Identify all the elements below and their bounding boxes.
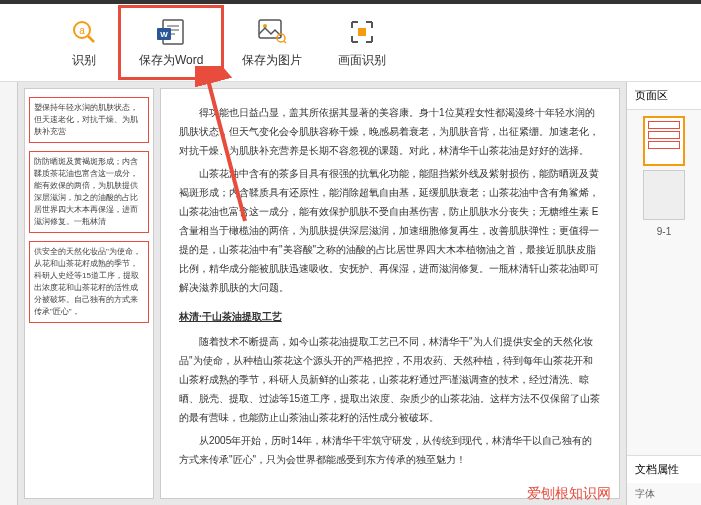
- page-left-column: 塑保持年轻水润的肌肤状态，但天速老化，对抗干燥、为肌肤补充营 防防晒斑及黄褐斑形…: [24, 88, 154, 499]
- thumbnail-2[interactable]: [643, 170, 685, 220]
- recognize-label: 识别: [72, 52, 96, 69]
- text-block-2: 防防晒斑及黄褐斑形成；内含鞣质茶花油也富含这一成分，能有效保的两倍，为肌肤提供深…: [29, 151, 149, 233]
- recognize-button[interactable]: a 识别: [50, 8, 118, 77]
- crop-icon: [346, 16, 378, 48]
- subtitle: 林清·干山茶油提取工艺: [179, 307, 601, 326]
- svg-rect-13: [358, 28, 366, 36]
- thumbnail-1[interactable]: [643, 116, 685, 166]
- screen-recognize-button[interactable]: 画面识别: [320, 8, 404, 77]
- doc-properties-header: 文档属性: [627, 455, 701, 483]
- right-sidebar: 页面区 9-1 文档属性 字体: [626, 82, 701, 505]
- save-image-button[interactable]: 保存为图片: [224, 8, 320, 77]
- save-word-button[interactable]: W 保存为Word: [118, 5, 224, 80]
- thumbnail-label: 9-1: [633, 226, 695, 237]
- paragraph-4: 从2005年开始，历时14年，林清华干牢筑守研发，从传统到现代，林清华干以自己独…: [179, 431, 601, 469]
- paragraph-2: 山茶花油中含有的茶多目具有很强的抗氧化功能，能阻挡紫外线及紫射损伤，能防晒斑及黄…: [179, 164, 601, 297]
- thumbnails-container: 9-1: [627, 110, 701, 455]
- document-viewport: 塑保持年轻水润的肌肤状态，但天速老化，对抗干燥、为肌肤补充营 防防晒斑及黄褐斑形…: [18, 82, 626, 505]
- image-icon: [256, 16, 288, 48]
- font-label: 字体: [627, 483, 701, 505]
- save-word-label: 保存为Word: [139, 52, 203, 69]
- screen-recognize-label: 画面识别: [338, 52, 386, 69]
- page-main-content: 得功能也日益凸显，盖其所依据其显著的美容康。身十1位莫程女性都渴漫终十年轻水润的…: [160, 88, 620, 499]
- paragraph-1: 得功能也日益凸显，盖其所依据其显著的美容康。身十1位莫程女性都渴漫终十年轻水润的…: [179, 103, 601, 160]
- text-block-1: 塑保持年轻水润的肌肤状态，但天速老化，对抗干燥、为肌肤补充营: [29, 97, 149, 143]
- paragraph-3: 随着技术不断提高，如今山茶花油提取工艺已不同，林清华干"为人们提供安全的天然化妆…: [179, 332, 601, 427]
- watermark-text: 爱刨根知识网: [527, 485, 611, 503]
- svg-line-1: [88, 36, 94, 42]
- svg-text:W: W: [160, 30, 168, 39]
- page-area-header: 页面区: [627, 82, 701, 110]
- svg-line-12: [284, 41, 286, 43]
- word-doc-icon: W: [155, 16, 187, 48]
- search-icon: a: [68, 16, 100, 48]
- left-ruler: [0, 82, 18, 505]
- svg-text:a: a: [79, 25, 85, 36]
- text-block-3: 供安全的天然化妆品"为使命，从花和山茶花籽成熟的季节，科研人史经等15道工序，提…: [29, 241, 149, 323]
- save-image-label: 保存为图片: [242, 52, 302, 69]
